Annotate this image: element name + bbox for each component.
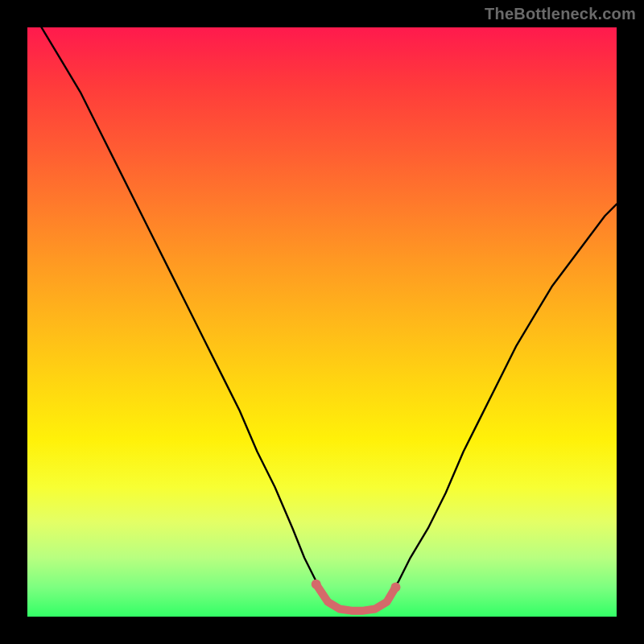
optimal-zone-marker: [316, 584, 396, 611]
optimal-zone-dot-right: [391, 582, 401, 592]
chart-frame: TheBottleneck.com: [0, 0, 644, 644]
bottleneck-curve: [27, 27, 617, 611]
optimal-zone-dot-left: [312, 580, 321, 589]
plot-area: [27, 27, 617, 617]
watermark-text: TheBottleneck.com: [485, 5, 636, 23]
chart-svg: [27, 27, 617, 617]
